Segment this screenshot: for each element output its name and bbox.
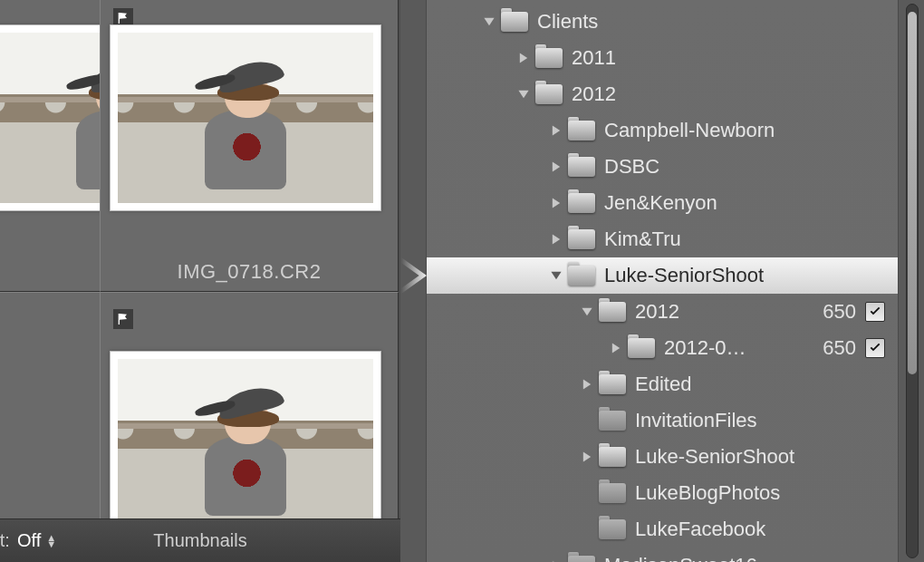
folder-name: Campbell-Newborn <box>604 119 775 142</box>
disclosure-triangle-icon[interactable] <box>481 15 497 28</box>
folder-row[interactable]: MadisonSweet16 <box>427 547 898 562</box>
folder-name: 2012-0… <box>664 336 746 360</box>
disclosure-triangle-icon[interactable] <box>548 160 564 173</box>
filmstrip-toolbar: ort: Off ▲▼ Thumbnails <box>0 518 400 562</box>
thumbnail-grid: IMG_0718.CR2 ort: Off ▲▼ Thumbnails <box>0 0 400 562</box>
selection-pointer-icon <box>401 257 427 294</box>
folder-icon <box>599 302 626 322</box>
folder-name: Clients <box>537 10 598 34</box>
scrollbar[interactable] <box>906 4 919 558</box>
folder-row[interactable]: Jen&Kenyon <box>427 185 898 221</box>
folder-icon <box>568 229 595 249</box>
folder-name: LukeFacebook <box>635 518 765 541</box>
folder-name: 2011 <box>572 46 616 70</box>
folder-icon <box>628 338 655 358</box>
folder-icon <box>568 193 595 213</box>
folder-icon <box>501 12 528 32</box>
folder-icon <box>599 411 626 431</box>
folder-row[interactable]: 2012-0…650 <box>427 330 898 366</box>
folder-row[interactable]: Luke-SeniorShoot <box>427 439 898 475</box>
photo-preview <box>118 359 373 529</box>
disclosure-triangle-icon[interactable] <box>548 197 564 209</box>
folder-row[interactable]: DSBC <box>427 149 898 185</box>
folder-tree[interactable]: Clients20112012Campbell-NewbornDSBCJen&K… <box>427 0 898 562</box>
folder-count: 650 <box>823 336 856 360</box>
disclosure-triangle-icon[interactable] <box>579 451 595 463</box>
folder-name: DSBC <box>604 155 659 179</box>
disclosure-triangle-icon[interactable] <box>579 305 595 318</box>
folder-name: 2012 <box>572 82 616 106</box>
folder-name: InvitationFiles <box>635 409 757 432</box>
pick-flag-icon[interactable] <box>113 309 133 329</box>
disclosure-triangle-icon[interactable] <box>515 88 532 101</box>
thumbnail-filename: IMG_0718.CR2 <box>101 260 398 284</box>
disclosure-triangle-icon[interactable] <box>579 378 595 391</box>
folders-panel-wrap: Clients20112012Campbell-NewbornDSBCJen&K… <box>400 0 924 562</box>
folder-icon <box>599 374 626 394</box>
folder-name: LukeBlogPhotos <box>635 481 780 505</box>
folder-row[interactable]: Luke-SeniorShoot <box>427 257 898 294</box>
folder-row[interactable]: LukeFacebook <box>427 511 898 547</box>
disclosure-triangle-icon[interactable] <box>548 233 564 246</box>
folder-icon <box>568 266 595 286</box>
disclosure-triangle-icon[interactable] <box>608 342 624 354</box>
folder-icon <box>535 84 563 104</box>
folders-panel: Clients20112012Campbell-NewbornDSBCJen&K… <box>426 0 899 562</box>
photo-preview <box>118 33 373 203</box>
folder-icon <box>568 556 595 562</box>
folder-icon <box>599 447 626 467</box>
folder-row[interactable]: Edited <box>427 366 898 402</box>
folder-name: 2012 <box>635 300 679 324</box>
folder-name: MadisonSweet16 <box>604 554 757 562</box>
folder-row[interactable]: InvitationFiles <box>427 402 898 439</box>
thumbnail[interactable] <box>110 24 381 211</box>
folder-checkbox[interactable] <box>865 338 885 358</box>
grid-cell[interactable]: IMG_0718.CR2 <box>100 0 399 292</box>
folder-name: Luke-SeniorShoot <box>604 264 764 287</box>
folder-icon <box>568 157 595 177</box>
folder-name: Luke-SeniorShoot <box>635 445 794 469</box>
folder-row[interactable]: LukeBlogPhotos <box>427 475 898 511</box>
folder-count: 650 <box>823 300 856 324</box>
disclosure-triangle-icon[interactable] <box>515 52 532 64</box>
folder-row[interactable]: 2012 <box>427 76 898 112</box>
folder-row[interactable]: Kim&Tru <box>427 221 898 257</box>
folder-row[interactable]: 2011 <box>427 40 898 76</box>
folder-name: Kim&Tru <box>604 228 681 251</box>
folder-row[interactable]: 2012650 <box>427 294 898 330</box>
folder-checkbox[interactable] <box>865 302 885 322</box>
disclosure-triangle-icon[interactable] <box>548 124 564 137</box>
grid-cell[interactable] <box>0 0 101 292</box>
folder-icon <box>599 483 626 503</box>
disclosure-triangle-icon[interactable] <box>548 269 564 282</box>
folder-name: Edited <box>635 373 691 396</box>
folder-row[interactable]: Campbell-Newborn <box>427 112 898 149</box>
folder-icon <box>599 519 626 539</box>
folder-icon <box>535 48 563 68</box>
folder-name: Jen&Kenyon <box>604 191 717 215</box>
folder-row[interactable]: Clients <box>427 4 898 40</box>
toolbar-center-label: Thumbnails <box>0 530 400 551</box>
thumbnail[interactable] <box>110 351 381 538</box>
folder-icon <box>568 121 595 140</box>
scrollbar-thumb[interactable] <box>908 12 917 374</box>
